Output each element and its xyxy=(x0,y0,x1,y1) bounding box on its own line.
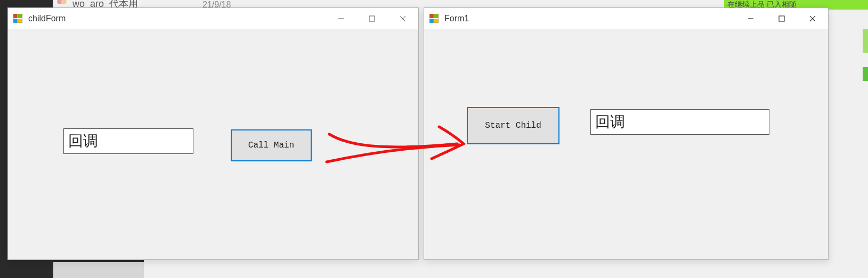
svg-rect-8 xyxy=(369,16,375,21)
svg-rect-2 xyxy=(13,14,18,18)
minimize-button[interactable] xyxy=(735,8,766,29)
background-gray-bottom xyxy=(53,262,144,278)
window-title: Form1 xyxy=(444,14,735,23)
minimize-button[interactable] xyxy=(326,8,356,29)
svg-rect-14 xyxy=(434,19,439,23)
taskbar-avatar-icon xyxy=(55,0,68,7)
svg-rect-11 xyxy=(429,14,434,18)
titlebar[interactable]: Form1 xyxy=(424,8,828,29)
callback-textbox[interactable] xyxy=(590,109,769,135)
maximize-button[interactable] xyxy=(766,8,797,29)
taskbar-dark-segment xyxy=(0,0,53,7)
svg-point-1 xyxy=(61,0,67,4)
svg-rect-4 xyxy=(13,19,18,23)
callback-textbox[interactable] xyxy=(63,128,193,154)
client-area: Call Main xyxy=(8,29,418,259)
window-title: childForm xyxy=(28,14,326,23)
app-icon xyxy=(429,14,439,23)
taskbar-item: wo_aro_代本用 xyxy=(55,0,143,7)
window-form1: Form1 Start Child xyxy=(424,7,829,260)
svg-rect-5 xyxy=(18,19,22,23)
background-green-strip-low xyxy=(863,67,868,81)
window-controls xyxy=(735,8,828,29)
background-dark-side xyxy=(0,7,8,260)
call-main-button[interactable]: Call Main xyxy=(231,129,312,161)
background-green-strip-mid xyxy=(863,29,868,53)
client-area: Start Child xyxy=(424,29,828,259)
window-childform: childForm Call Main xyxy=(7,7,419,260)
titlebar[interactable]: childForm xyxy=(8,8,418,29)
svg-rect-17 xyxy=(779,16,784,21)
svg-rect-13 xyxy=(429,19,434,23)
close-button[interactable] xyxy=(387,8,418,29)
close-button[interactable] xyxy=(797,8,828,29)
maximize-button[interactable] xyxy=(356,8,387,29)
svg-rect-3 xyxy=(18,14,22,18)
svg-rect-12 xyxy=(434,14,439,18)
start-child-button[interactable]: Start Child xyxy=(467,107,559,144)
app-icon xyxy=(13,14,23,23)
window-controls xyxy=(326,8,418,29)
